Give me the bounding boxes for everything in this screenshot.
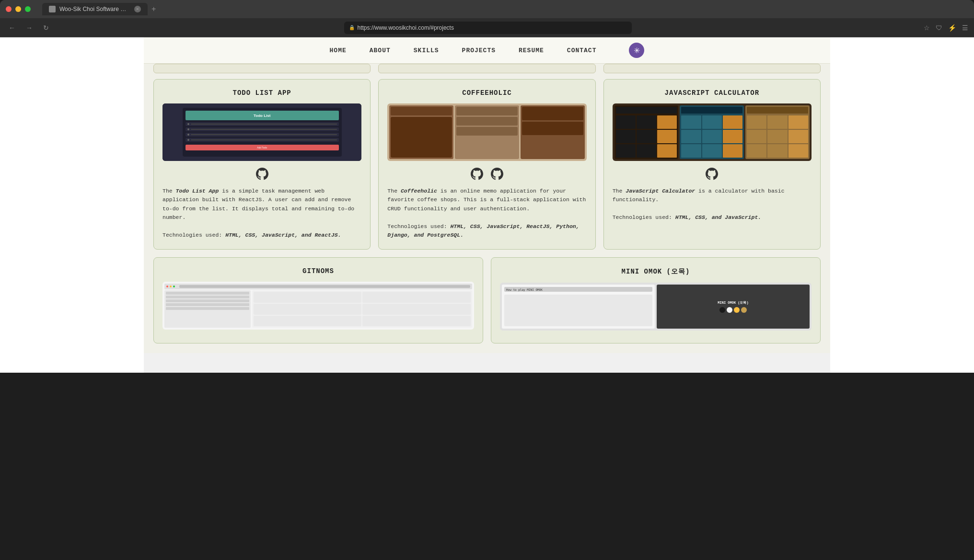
tab-favicon	[49, 6, 56, 12]
gitnoms-sidebar-item-4	[166, 303, 249, 306]
coffee-item-6	[522, 122, 583, 135]
github-icon-todo[interactable]	[256, 168, 268, 180]
calc-btn-4	[616, 130, 636, 143]
todo-line-3	[191, 134, 337, 135]
project-screenshot-gitnoms	[162, 282, 474, 330]
sidebar-right	[830, 37, 974, 373]
nav-skills[interactable]: SKILLS	[414, 47, 439, 54]
browser-toolbar-right: ☆ 🛡 ⚡ ☰	[924, 24, 968, 32]
url-bar[interactable]: 🔒 https://www.woosikchoi.com/#projects	[344, 22, 632, 34]
refresh-button[interactable]: ↻	[40, 22, 52, 34]
project-screenshot-calculator	[613, 103, 812, 161]
coffee-item-4	[456, 127, 518, 136]
nav-resume[interactable]: RESUME	[519, 47, 544, 54]
github-icons-todo	[162, 168, 361, 180]
todo-line-2	[191, 129, 337, 130]
new-tab-button[interactable]: +	[151, 5, 156, 13]
project-card-gitnoms: GITNOMS	[153, 257, 483, 343]
browser-tab-active[interactable]: Woo-Sik Choi Software Develo... ✕	[42, 3, 148, 15]
github-icon-calculator[interactable]	[706, 168, 718, 180]
traffic-light-close[interactable]	[6, 6, 12, 12]
coffee-item-1	[391, 107, 452, 115]
nav-logo-symbol: ✳	[634, 46, 640, 55]
calc-btn-3	[657, 115, 677, 129]
project-description-todo: The Todo List App is a simple task manag…	[162, 187, 361, 240]
traffic-light-maximize[interactable]	[25, 6, 31, 12]
calc-btn-n9	[788, 144, 808, 158]
tab-close-button[interactable]: ✕	[134, 6, 141, 12]
calc-btn-t1	[681, 115, 701, 129]
menu-icon[interactable]: ☰	[962, 24, 968, 32]
gitnoms-mockup	[162, 282, 474, 330]
calc-btn-t2	[702, 115, 722, 129]
calc-btn-8	[637, 144, 656, 158]
nav-logo-icon[interactable]: ✳	[629, 43, 644, 58]
todo-item-4	[186, 138, 339, 142]
calc-row-1a	[616, 115, 677, 129]
gitnoms-sidebar-item-2	[166, 296, 249, 298]
project-title-todo: TODO LIST APP	[162, 89, 361, 97]
tab-title: Woo-Sik Choi Software Develo...	[59, 6, 128, 12]
project-screenshot-todo: Todo List	[162, 103, 361, 161]
github-icons-calculator	[613, 168, 812, 180]
gitnoms-main	[252, 290, 472, 328]
github-icon-coffeeholic-1[interactable]	[471, 168, 483, 180]
todo-line-1	[191, 124, 337, 125]
calc-btn-t5	[702, 130, 722, 143]
project-description-calculator: The JavaScript Calculator is a calculato…	[613, 187, 812, 240]
calc-row-2a	[681, 115, 742, 129]
top-card-partial-1	[153, 64, 371, 73]
todo-inner: Todo List	[183, 108, 342, 157]
omok-stone-white	[727, 307, 732, 313]
calc-btn-t4	[681, 130, 701, 143]
project-card-todo: TODO LIST APP Todo List	[153, 79, 371, 250]
gitnoms-header	[164, 284, 472, 289]
omok-stone-black	[719, 307, 725, 313]
calc-btn-9	[657, 144, 677, 158]
project-card-calculator: JAVASCRIPT CALCULATOR	[603, 79, 821, 250]
nav-projects[interactable]: PROJECTS	[462, 47, 496, 54]
calc-row-1c	[616, 144, 677, 158]
extensions-icon[interactable]: ⚡	[948, 24, 956, 32]
omok-panel-left: How to play MINI OMOK	[502, 285, 655, 329]
nav-contact[interactable]: CONTACT	[567, 47, 597, 54]
omok-stone-yellow	[734, 307, 740, 313]
projects-bottom-grid: GITNOMS	[153, 257, 821, 343]
nav-home[interactable]: HOME	[330, 47, 347, 54]
coffee-big-1	[391, 117, 452, 158]
todo-dot-4	[187, 139, 189, 141]
address-bar-row: ← → ↻ 🔒 https://www.woosikchoi.com/#proj…	[0, 18, 974, 37]
projects-section: TODO LIST APP Todo List	[144, 64, 830, 353]
github-icons-coffeeholic	[387, 168, 586, 180]
coffee-col-3	[521, 105, 585, 159]
forward-button[interactable]: →	[23, 22, 35, 34]
calc-btn-t3	[723, 115, 742, 129]
project-screenshot-omok: How to play MINI OMOK MINI OMOK (오목)	[500, 283, 812, 331]
calc-btn-n3	[788, 115, 808, 129]
todo-item-1	[186, 122, 339, 126]
omok-panel-title: MINI OMOK (오목)	[718, 300, 748, 305]
calc-row-3b	[747, 130, 808, 143]
calc-unit-2	[680, 105, 744, 159]
back-button[interactable]: ←	[6, 22, 18, 34]
project-card-coffeeholic: COFFEEHOLIC	[378, 79, 595, 250]
calc-display-2	[681, 107, 742, 114]
traffic-light-minimize[interactable]	[15, 6, 21, 12]
bookmark-icon[interactable]: ☆	[924, 24, 930, 32]
project-title-coffeeholic: COFFEEHOLIC	[387, 89, 586, 97]
calc-row-1b	[616, 130, 677, 143]
gitnoms-card-3	[254, 304, 362, 315]
browser-titlebar: Woo-Sik Choi Software Develo... ✕ +	[0, 0, 974, 18]
github-icon-coffeeholic-2[interactable]	[491, 168, 503, 180]
nav-about[interactable]: ABOUT	[370, 47, 391, 54]
gitnoms-sidebar-item-5	[166, 307, 249, 310]
calc-btn-n1	[747, 115, 766, 129]
coffee-item-3	[456, 117, 518, 126]
calc-btn-2	[637, 115, 656, 129]
top-card-partial-2	[378, 64, 595, 73]
project-title-calculator: JAVASCRIPT CALCULATOR	[613, 89, 812, 97]
gitnoms-sidebar-item-3	[166, 299, 249, 302]
calc-display-1	[616, 107, 677, 114]
calc-btn-7	[616, 144, 636, 158]
url-text: https://www.woosikchoi.com/#projects	[358, 24, 454, 31]
